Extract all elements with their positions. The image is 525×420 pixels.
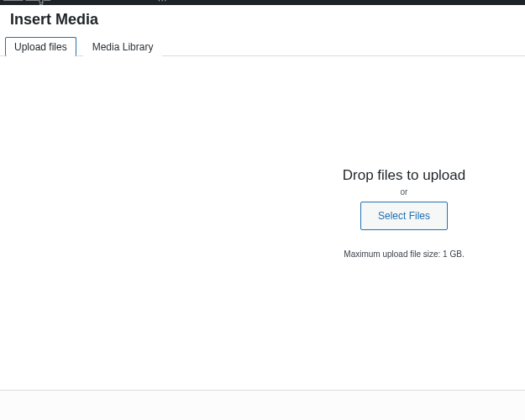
upload-drop-zone[interactable]: Drop files to upload or Select Files Max… <box>0 51 525 390</box>
modal-header: Insert Media <box>0 5 525 36</box>
drop-heading: Drop files to upload <box>299 167 509 184</box>
upload-prompt: Drop files to upload or Select Files Max… <box>299 167 509 267</box>
max-upload-size-text: Maximum upload file size: 1 GB. <box>299 249 509 259</box>
modal-title: Insert Media <box>10 10 515 29</box>
modal-footer <box>0 390 525 420</box>
select-files-button[interactable]: Select Files <box>360 202 448 230</box>
insert-media-modal: Insert Media Upload files Media Library … <box>0 5 525 420</box>
or-text: or <box>299 187 509 197</box>
